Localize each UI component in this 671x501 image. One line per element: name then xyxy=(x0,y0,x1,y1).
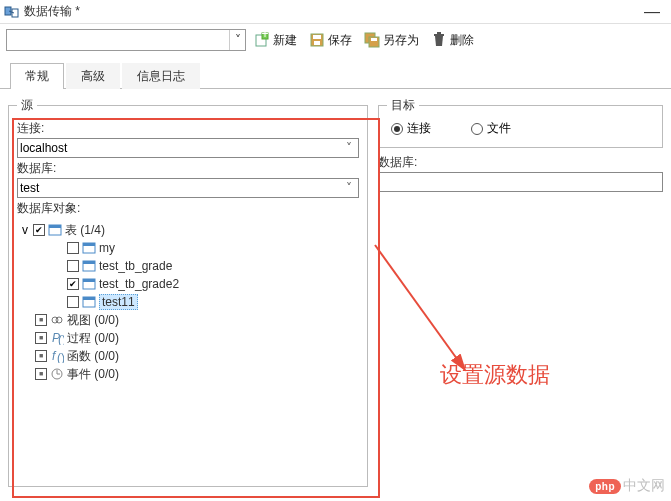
tree-label: 视图 (0/0) xyxy=(67,312,119,329)
table-icon xyxy=(81,294,97,310)
tree-node-funcs[interactable]: f() 函数 (0/0) xyxy=(17,347,359,365)
tree-label: 事件 (0/0) xyxy=(67,366,119,383)
proc-icon: P() xyxy=(49,330,65,346)
watermark-badge: php xyxy=(589,479,621,494)
tree-label: test_tb_grade2 xyxy=(99,277,179,291)
save-button[interactable]: 保存 xyxy=(305,30,356,51)
tree-node-procs[interactable]: P() 过程 (0/0) xyxy=(17,329,359,347)
svg-rect-16 xyxy=(83,243,95,246)
checkbox[interactable] xyxy=(67,242,79,254)
watermark: php 中文网 xyxy=(589,477,665,495)
tree-node-views[interactable]: 视图 (0/0) xyxy=(17,311,359,329)
tree-label: test11 xyxy=(99,294,138,310)
svg-rect-11 xyxy=(434,34,444,36)
target-database-row: 数据库: xyxy=(378,154,663,192)
tree-label: 表 (1/4) xyxy=(65,222,105,239)
svg-rect-18 xyxy=(83,261,95,264)
source-connection-select[interactable]: localhost ˅ xyxy=(17,138,359,158)
checkbox[interactable] xyxy=(33,224,45,236)
saveas-icon xyxy=(364,32,380,48)
saveas-label: 另存为 xyxy=(383,32,419,49)
table-icon xyxy=(81,258,97,274)
chevron-down-icon: ˅ xyxy=(229,30,245,50)
tab-general[interactable]: 常规 xyxy=(10,63,64,89)
source-database-select[interactable]: test ˅ xyxy=(17,178,359,198)
radio-icon xyxy=(471,123,483,135)
app-icon xyxy=(4,4,20,20)
tab-log[interactable]: 信息日志 xyxy=(122,63,200,89)
source-fieldset: 源 连接: localhost ˅ 数据库: test ˅ 数据库对象: xyxy=(8,97,368,487)
svg-rect-12 xyxy=(437,32,441,34)
save-icon xyxy=(309,32,325,48)
target-legend: 目标 xyxy=(387,97,419,114)
svg-rect-7 xyxy=(314,41,320,45)
toolbar: ˅ + 新建 保存 另存为 删除 xyxy=(0,24,671,56)
source-connection-label: 连接: xyxy=(17,120,359,137)
source-objects-row: 数据库对象: xyxy=(17,200,359,217)
checkbox[interactable] xyxy=(67,260,79,272)
checkbox[interactable] xyxy=(67,278,79,290)
checkbox[interactable] xyxy=(35,350,47,362)
radio-file[interactable]: 文件 xyxy=(471,120,511,137)
source-database-label: 数据库: xyxy=(17,160,359,177)
checkbox[interactable] xyxy=(35,314,47,326)
tree-node-events[interactable]: 事件 (0/0) xyxy=(17,365,359,383)
save-label: 保存 xyxy=(328,32,352,49)
svg-rect-10 xyxy=(371,38,377,41)
new-label: 新建 xyxy=(273,32,297,49)
tree-node-table[interactable]: my xyxy=(17,239,359,257)
svg-rect-14 xyxy=(49,225,61,228)
target-mode-row: 连接 文件 xyxy=(387,118,654,139)
tree-label: 过程 (0/0) xyxy=(67,330,119,347)
svg-text:(): () xyxy=(58,333,64,345)
tree-label: 函数 (0/0) xyxy=(67,348,119,365)
collapse-icon[interactable]: v xyxy=(19,224,31,236)
target-database-input[interactable] xyxy=(378,172,663,192)
new-button[interactable]: + 新建 xyxy=(250,30,301,51)
target-panel: 目标 连接 文件 数据库: xyxy=(378,97,663,487)
tree-node-tables[interactable]: v 表 (1/4) xyxy=(17,221,359,239)
func-icon: f() xyxy=(49,348,65,364)
table-icon xyxy=(81,240,97,256)
table-icon xyxy=(81,276,97,292)
tree-label: test_tb_grade xyxy=(99,259,172,273)
svg-point-24 xyxy=(56,317,62,323)
annotation-text: 设置源数据 xyxy=(440,360,550,390)
tab-bar: 常规 高级 信息日志 xyxy=(0,62,671,89)
svg-rect-22 xyxy=(83,297,95,300)
target-database-label: 数据库: xyxy=(378,154,663,171)
source-objects-label: 数据库对象: xyxy=(17,200,359,217)
svg-text:(): () xyxy=(57,351,64,363)
tree-label: my xyxy=(99,241,115,255)
delete-button[interactable]: 删除 xyxy=(427,30,478,51)
trash-icon xyxy=(431,32,447,48)
source-legend: 源 xyxy=(17,97,37,114)
tab-advanced[interactable]: 高级 xyxy=(66,63,120,89)
watermark-text: 中文网 xyxy=(623,477,665,495)
checkbox[interactable] xyxy=(35,368,47,380)
minimize-button[interactable]: — xyxy=(637,5,667,19)
source-connection-value: localhost xyxy=(20,141,342,155)
new-icon: + xyxy=(254,32,270,48)
saveas-button[interactable]: 另存为 xyxy=(360,30,423,51)
window-title: 数据传输 * xyxy=(24,3,637,20)
svg-rect-20 xyxy=(83,279,95,282)
tree-node-table[interactable]: test11 xyxy=(17,293,359,311)
tree-node-table[interactable]: test_tb_grade2 xyxy=(17,275,359,293)
object-tree: v 表 (1/4) my test_tb_grade xyxy=(17,221,359,383)
target-fieldset: 目标 连接 文件 xyxy=(378,97,663,148)
checkbox[interactable] xyxy=(35,332,47,344)
chevron-down-icon: ˅ xyxy=(342,181,356,195)
profile-dropdown[interactable]: ˅ xyxy=(6,29,246,51)
checkbox[interactable] xyxy=(67,296,79,308)
source-panel: 源 连接: localhost ˅ 数据库: test ˅ 数据库对象: xyxy=(8,97,368,487)
radio-icon xyxy=(391,123,403,135)
title-bar: 数据传输 * — xyxy=(0,0,671,24)
event-icon xyxy=(49,366,65,382)
radio-connection[interactable]: 连接 xyxy=(391,120,431,137)
radio-file-label: 文件 xyxy=(487,120,511,137)
source-connection-row: 连接: localhost ˅ xyxy=(17,120,359,158)
delete-label: 删除 xyxy=(450,32,474,49)
source-database-value: test xyxy=(20,181,342,195)
tree-node-table[interactable]: test_tb_grade xyxy=(17,257,359,275)
